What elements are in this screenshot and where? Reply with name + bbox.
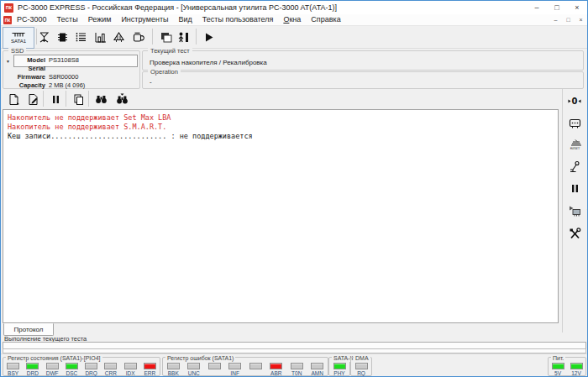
- error-register-group: Регистр ошибок (SATA1) BBK UNC INF ABR T…: [162, 357, 328, 376]
- chip-button[interactable]: [53, 28, 71, 46]
- led-indicator: [46, 363, 59, 369]
- dma-group: DMA RQ: [350, 357, 372, 376]
- led-indicator: [333, 363, 346, 369]
- mdi-minimize-button[interactable]: –: [549, 17, 562, 23]
- menu-pc3000[interactable]: PC-3000: [12, 14, 52, 25]
- mdi-restore-button[interactable]: □: [562, 17, 575, 23]
- led-indicator: [144, 363, 156, 369]
- user-tests-button[interactable]: [174, 28, 192, 46]
- menu-tests[interactable]: Тесты: [52, 14, 83, 25]
- operation-group: Operation -: [142, 71, 584, 89]
- find-next-button[interactable]: [113, 90, 131, 108]
- led-indicator: [104, 363, 117, 369]
- led-bbk: BBK: [164, 363, 182, 376]
- sata1-port-label: SATA1: [11, 39, 26, 45]
- jumper-probe-button[interactable]: [565, 157, 584, 175]
- led-indicator: [167, 363, 180, 369]
- led-indicator: [208, 363, 221, 369]
- current-test-group: Текущий тест Проверка накопителя / Рекал…: [142, 50, 584, 71]
- side-toolbar: 0 RESET ▼: [562, 89, 587, 332]
- edit-report-icon: [26, 92, 40, 107]
- reset-button[interactable]: RESET: [565, 135, 584, 154]
- led-dsc: DSC: [62, 363, 81, 376]
- dma-group-label: DMA: [354, 354, 370, 362]
- sata1-port-icon: [12, 31, 25, 39]
- close-button[interactable]: ×: [567, 1, 587, 14]
- toolbar-separator: [66, 91, 66, 107]
- current-test-value: Проверка накопителя / Рекалибровка: [150, 59, 267, 66]
- operation-value: -: [150, 78, 152, 86]
- utility-cup-button[interactable]: [129, 28, 147, 46]
- status-register-group: Регистр состояния (SATA1)-[PIO4] BSY DRD…: [3, 357, 160, 376]
- led-inf: INF: [226, 363, 244, 376]
- tests-tree-button[interactable]: [34, 28, 53, 46]
- led-unnamed: [205, 363, 223, 376]
- run-technological-mode-button[interactable]: ▼: [565, 201, 584, 219]
- led-drd: DRD: [24, 363, 42, 376]
- led-5v: 5V: [552, 363, 564, 376]
- led-indicator: [291, 363, 303, 369]
- menu-windows[interactable]: Окна: [278, 14, 306, 25]
- toolbar-separator: [43, 91, 44, 107]
- led-indicator: [228, 363, 241, 369]
- power-button[interactable]: 0: [565, 92, 584, 110]
- pause-report-button[interactable]: [46, 90, 65, 108]
- main-toolbar: SATA1: [1, 25, 587, 49]
- script-list-button[interactable]: [71, 28, 90, 46]
- toolbar-separator: [196, 29, 197, 45]
- status-bar: Регистр состояния (SATA1)-[PIO4] BSY DRD…: [1, 353, 587, 377]
- new-report-button[interactable]: [4, 90, 23, 108]
- tab-protocol[interactable]: Протокол: [3, 323, 54, 336]
- service-tools-button[interactable]: [565, 224, 584, 243]
- menu-user-tests[interactable]: Тесты пользователя: [197, 14, 279, 25]
- test-log[interactable]: Накопитель не поддерживает Set Max LBA Н…: [3, 109, 559, 323]
- led-indicator: [552, 363, 564, 369]
- ata-registers-button[interactable]: [565, 113, 584, 132]
- service-tools-icon: [568, 227, 582, 241]
- find-icon: [94, 92, 108, 107]
- resources-tree-button[interactable]: [109, 28, 128, 46]
- utility-cup-icon: [131, 30, 145, 45]
- led-phy: PHY: [333, 363, 346, 376]
- led-indicator: [66, 363, 78, 369]
- status-register-label: Регистр состояния (SATA1)-[PIO4]: [6, 354, 102, 362]
- menu-mode[interactable]: Режим: [83, 14, 117, 25]
- toolbar-separator: [88, 91, 89, 107]
- windows-cascade-button[interactable]: [156, 28, 175, 46]
- script-list-icon: [74, 30, 88, 45]
- edit-report-button[interactable]: [24, 90, 42, 108]
- power-supply-label: Пит.: [551, 354, 565, 362]
- led-indicator: [187, 363, 200, 369]
- led-indicator: [270, 363, 282, 369]
- led-indicator: [26, 363, 39, 369]
- capacity-label: Capacity: [3, 81, 45, 89]
- mdi-close-button[interactable]: ×: [575, 17, 587, 23]
- capacity-value: 2 MB (4 096): [49, 81, 85, 89]
- menu-help[interactable]: Справка: [306, 14, 345, 25]
- reset-icon: RESET: [568, 138, 582, 152]
- copy-button[interactable]: [69, 90, 87, 108]
- led-indicator: [570, 363, 583, 369]
- start-button[interactable]: [199, 28, 218, 46]
- find-next-icon: [115, 92, 129, 107]
- led-drq: DRQ: [82, 363, 101, 376]
- led-bsy: BSY: [4, 363, 23, 376]
- minimize-button[interactable]: –: [527, 1, 547, 14]
- menu-instruments[interactable]: Инструменты: [116, 14, 173, 25]
- current-test-group-label: Текущий тест: [148, 47, 192, 55]
- menu-bar: ПК PC-3000 Тесты Режим Инструменты Вид Т…: [1, 14, 587, 25]
- find-button[interactable]: [92, 90, 110, 108]
- jumper-probe-icon: [568, 160, 582, 174]
- power-icon: 0: [567, 94, 582, 108]
- menu-view[interactable]: Вид: [174, 14, 197, 25]
- error-register-label: Регистр ошибок (SATA1): [165, 354, 235, 362]
- report-toolbar: [1, 89, 560, 108]
- maximize-button[interactable]: □: [547, 1, 567, 14]
- sata1-port-button[interactable]: SATA1: [3, 27, 34, 49]
- ata-registers-icon: [568, 116, 582, 130]
- led-unnamed: [246, 363, 265, 376]
- graph-button[interactable]: [91, 28, 109, 46]
- svg-text:RESET: RESET: [570, 147, 580, 150]
- pause-test-button[interactable]: [565, 179, 584, 197]
- led-indicator: [85, 363, 97, 369]
